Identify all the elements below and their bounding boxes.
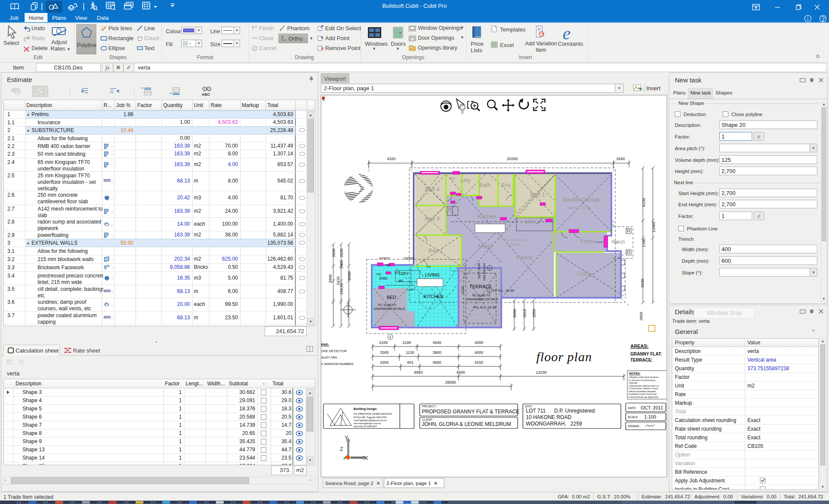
svg-text:LDRY: LDRY [399, 271, 409, 276]
svg-text:materials.: materials. [629, 381, 638, 384]
svg-text:1006DH: 1006DH [403, 257, 414, 260]
svg-text:AUST FAN: AUST FAN [321, 356, 337, 359]
svg-text:720: 720 [376, 273, 381, 276]
svg-text:RC SLAB TO: RC SLAB TO [472, 294, 490, 297]
svg-text:X WINDOW NUMBER: X WINDOW NUMBER [321, 362, 354, 366]
svg-text:2190: 2190 [402, 340, 411, 345]
svg-text:2 Dimensions shall be read in: 2 Dimensions shall be read in p [629, 384, 659, 387]
svg-text:JOHN, GLORIA & LEONIE MELDRUM: JOHN, GLORIA & LEONIE MELDRUM [422, 421, 511, 427]
svg-text:ABC: ABC [202, 92, 210, 97]
svg-text:Bed 4: Bed 4 [425, 186, 440, 192]
svg-text:Bed 3: Bed 3 [425, 215, 440, 222]
svg-text:Kitchen: Kitchen [478, 213, 496, 220]
svg-text:SITE :: SITE : [525, 405, 534, 408]
svg-text:237.7m²: 237.7m² [507, 243, 520, 247]
svg-text:20260: 20260 [507, 157, 518, 161]
svg-text:X: X [364, 455, 368, 461]
svg-text:NOTES:: NOTES: [629, 372, 640, 375]
svg-text:12960: 12960 [652, 222, 656, 233]
svg-text:12230: 12230 [536, 370, 547, 375]
svg-text:Bath: Bath [479, 182, 491, 188]
svg-text:3300: 3300 [380, 350, 389, 355]
svg-text:4 Ground levels are approxima: 4 Ground levels are approxima [629, 396, 658, 398]
svg-text:FF R.L. 22:95: FF R.L. 22:95 [493, 289, 514, 293]
svg-text:floor plan: floor plan [536, 350, 592, 364]
svg-text:c: c [6, 350, 8, 353]
svg-text:Porch: Porch [611, 239, 625, 245]
svg-text:FFL R.L. 23.11: FFL R.L. 23.11 [504, 238, 527, 242]
svg-text:Ldry: Ldry [460, 177, 470, 183]
svg-text:PROJECT :: PROJECT : [422, 405, 437, 408]
svg-text:relevant Australian Standard: relevant Australian Standard [629, 390, 656, 393]
svg-text:LIVING: LIVING [425, 272, 440, 277]
svg-text:web www.bgdesigns.com.au: web www.bgdesigns.com.au [354, 422, 381, 425]
svg-text:Family: Family [516, 254, 533, 261]
svg-text:WOONGARRAH, 2259: WOONGARRAH, 2259 [526, 421, 582, 427]
svg-text:1130: 1130 [406, 350, 414, 355]
svg-text:1700: 1700 [642, 239, 646, 247]
svg-text:4040: 4040 [433, 340, 441, 345]
svg-text:Ens.: Ens. [502, 182, 512, 188]
svg-text:PROPOSED GRANNY FLAT & TERRACE: PROPOSED GRANNY FLAT & TERRACE [422, 409, 519, 415]
svg-text:RC SLAB TO: RC SLAB TO [378, 303, 396, 306]
svg-text:TV: TV [426, 265, 431, 269]
svg-text:6090: 6090 [513, 309, 517, 318]
svg-text:140-9/8-DH: 140-9/8-DH [482, 263, 486, 281]
svg-text:3: 3 [389, 335, 391, 339]
svg-text:980: 980 [398, 279, 403, 282]
svg-text:1: 1 [488, 266, 490, 270]
svg-text:760: 760 [385, 264, 390, 267]
svg-text:GRANNY FLAT:: GRANNY FLAT: [630, 352, 662, 356]
svg-text:4500: 4500 [433, 360, 441, 365]
svg-text:Z: Z [340, 446, 343, 452]
svg-text:AREAS:: AREAS: [630, 343, 649, 349]
svg-text:LINEN: LINEN [407, 288, 415, 291]
svg-text:CLIENT :: CLIENT : [422, 418, 434, 421]
svg-text:BED: BED [387, 295, 396, 300]
svg-text:2850: 2850 [532, 309, 536, 318]
svg-text:2030: 2030 [339, 249, 344, 257]
svg-text:3900: 3900 [328, 274, 332, 283]
svg-text:3300: 3300 [380, 360, 389, 365]
svg-text:4150: 4150 [475, 360, 483, 365]
svg-text:Double Garage: Double Garage [562, 196, 600, 203]
svg-text:Living: Living [577, 271, 592, 277]
svg-text:3 Construction shall be in acc: 3 Construction shall be in acco [629, 387, 658, 390]
svg-text:2100: 2100 [379, 340, 388, 345]
svg-text:1 Builders shall check all dim: 1 Builders shall check all dimen [629, 376, 659, 378]
svg-text:WIR: WIR [524, 219, 535, 225]
svg-text:3115 SDR: 3115 SDR [477, 263, 481, 279]
svg-text:ENGINEERS DETAILS: ENGINEERS DETAILS [467, 298, 498, 301]
svg-text:4400: 4400 [456, 370, 465, 375]
svg-text:2: 2 [488, 289, 490, 293]
svg-text:Meals: Meals [478, 243, 494, 249]
svg-text:OCT. 2011: OCT. 2011 [641, 405, 663, 410]
svg-text:FFL R.L. 22.95: FFL R.L. 22.95 [567, 206, 591, 210]
svg-text:Australia & Local Council req: Australia & Local Council req [629, 393, 656, 395]
svg-text:SCALE :: SCALE : [628, 416, 639, 419]
svg-text:3900: 3900 [433, 350, 441, 355]
svg-text:ENS.: ENS. [380, 276, 388, 280]
svg-text:820: 820 [395, 271, 400, 274]
svg-text:5030: 5030 [640, 279, 645, 287]
svg-text:1:100: 1:100 [644, 414, 656, 419]
svg-text:TERRACE:: TERRACE: [630, 358, 653, 362]
svg-text:ENGINEERS DETAILS: ENGINEERS DETAILS [374, 307, 405, 310]
svg-text:4000: 4000 [475, 350, 483, 355]
svg-text:Building Design: Building Design [354, 407, 377, 411]
svg-text:PO Box 999, Tuggerah NSW 2259: PO Box 999, Tuggerah NSW 2259 [354, 416, 387, 419]
svg-text:25580: 25580 [445, 380, 456, 384]
svg-text:FFL R.L. 22:95: FFL R.L. 22:95 [473, 306, 497, 309]
svg-text:2030: 2030 [332, 249, 336, 257]
svg-text:1000: 1000 [339, 260, 344, 269]
svg-text:END:: END: [321, 343, 329, 346]
svg-text:Bed 2: Bed 2 [428, 247, 443, 254]
svg-text:2610: 2610 [522, 309, 527, 318]
svg-text:DRAWN :: DRAWN : [628, 425, 641, 428]
svg-text:DATE :: DATE : [628, 406, 637, 410]
svg-text:601: 601 [407, 360, 414, 365]
svg-text:1006DH: 1006DH [379, 257, 390, 260]
svg-text:8950: 8950 [414, 370, 423, 375]
svg-text:Foyer: Foyer [580, 238, 595, 244]
svg-text:P/L PRESTIGE HOME DESIGNS: P/L PRESTIGE HOME DESIGNS [354, 413, 392, 415]
